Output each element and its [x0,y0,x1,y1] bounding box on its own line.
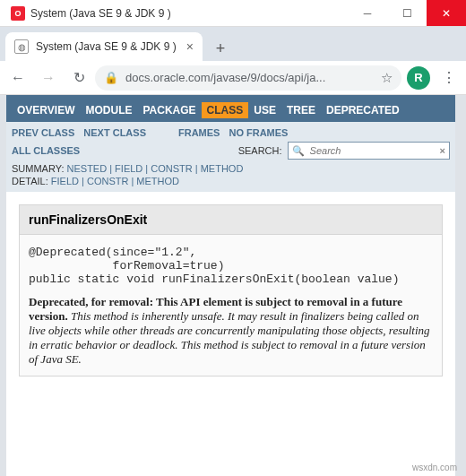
detail-links[interactable]: FIELD | CONSTR | METHOD [51,176,179,186]
watermark: wsxdn.com [412,463,457,472]
browser-tabstrip: ◍ System (Java SE 9 & JDK 9 ) × + [0,27,466,61]
nav-item-package[interactable]: PACKAGE [137,102,201,118]
bookmark-star-icon[interactable]: ☆ [381,70,393,86]
page-content: OVERVIEWMODULEPACKAGECLASSUSETREEDEPRECA… [0,95,466,476]
tab-close-icon[interactable]: × [186,39,194,54]
new-tab-button[interactable]: + [208,36,233,61]
summary-links[interactable]: NESTED | FIELD | CONSTR | METHOD [67,163,244,174]
browser-tab[interactable]: ◍ System (Java SE 9 & JDK 9 ) × [5,32,203,61]
app-icon: O [11,6,25,21]
summary-prefix: SUMMARY: [12,163,67,174]
search-input[interactable] [308,144,436,157]
window-minimize-button[interactable]: ─ [348,0,387,26]
profile-avatar[interactable]: R [407,66,430,90]
lock-icon: 🔒 [104,71,118,84]
next-class-link[interactable]: NEXT CLASS [83,127,146,138]
nav-item-module[interactable]: MODULE [80,102,137,118]
nav-item-tree[interactable]: TREE [281,102,321,118]
all-classes-link[interactable]: ALL CLASSES [12,145,80,156]
frames-link[interactable]: FRAMES [178,127,220,138]
prev-class-link[interactable]: PREV CLASS [12,127,74,138]
url-text: docs.oracle.com/javase/9/docs/api/ja... [125,71,374,84]
nav-main-row: OVERVIEWMODULEPACKAGECLASSUSETREEDEPRECA… [12,102,450,118]
forward-button[interactable]: → [34,64,63,92]
detail-line: DETAIL: FIELD | CONSTR | METHOD [12,176,450,186]
method-signature: @Deprecated(since="1.2", forRemoval=true… [20,235,442,291]
detail-prefix: DETAIL: [12,176,51,186]
back-button[interactable]: ← [4,64,32,92]
browser-menu-button[interactable]: ⋮ [436,69,462,86]
nav-item-use[interactable]: USE [248,102,281,118]
deprecated-body: This method is inherently unsafe. It may… [29,309,430,366]
javadoc-subnav: PREV CLASS NEXT CLASS FRAMES NO FRAMES A… [6,122,455,192]
clear-search-icon[interactable]: × [440,145,445,156]
nav-item-overview[interactable]: OVERVIEW [12,102,80,118]
summary-line: SUMMARY: NESTED | FIELD | CONSTR | METHO… [12,163,450,174]
window-close-button[interactable]: ✕ [427,0,466,26]
browser-toolbar: ← → ↻ 🔒 docs.oracle.com/javase/9/docs/ap… [0,61,466,95]
noframes-link[interactable]: NO FRAMES [229,127,288,138]
search-box[interactable]: 🔍 × [288,142,450,160]
search-label: SEARCH: [238,145,282,156]
window-title: System (Java SE 9 & JDK 9 ) [30,7,171,20]
window-maximize-button[interactable]: ☐ [387,0,427,26]
address-bar[interactable]: 🔒 docs.oracle.com/javase/9/docs/api/ja..… [95,65,401,91]
nav-item-deprecated[interactable]: DEPRECATED [321,102,405,118]
page-favicon: ◍ [14,39,29,54]
tab-title: System (Java SE 9 & JDK 9 ) [36,40,179,53]
method-description: Deprecated, for removal: This API elemen… [20,291,442,376]
method-block: runFinalizersOnExit @Deprecated(since="1… [19,204,443,376]
javadoc-top-nav: OVERVIEWMODULEPACKAGECLASSUSETREEDEPRECA… [6,95,455,122]
search-icon: 🔍 [292,145,305,157]
window-titlebar: O System (Java SE 9 & JDK 9 ) ─ ☐ ✕ [0,0,466,27]
nav-item-class[interactable]: CLASS [202,102,249,118]
reload-button[interactable]: ↻ [65,64,93,92]
method-name-heading: runFinalizersOnExit [20,205,442,235]
